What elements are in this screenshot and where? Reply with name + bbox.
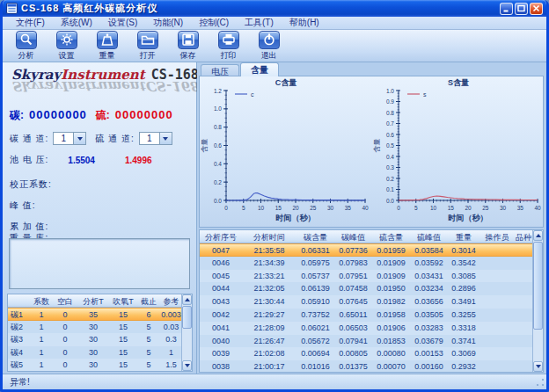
- table-cell: 0.07983: [334, 257, 372, 270]
- settings-table-scrollbar[interactable]: [181, 294, 192, 371]
- scrollbar-thumb[interactable]: [533, 242, 543, 330]
- table-row[interactable]: 004321:30:440.059100.076450.019820.03656…: [200, 295, 543, 309]
- table-cell: [515, 257, 532, 270]
- scrollbar-thumb[interactable]: [182, 306, 192, 329]
- column-header[interactable]: 重量: [448, 230, 479, 243]
- table-row[interactable]: 碳510301551.5: [8, 359, 192, 372]
- table-cell: 0.01950: [372, 282, 410, 295]
- svg-text:C含量: C含量: [275, 78, 297, 87]
- table-cell: 0.05672: [296, 335, 334, 348]
- table-cell: 0: [52, 359, 78, 372]
- close-button[interactable]: [530, 3, 543, 15]
- table-row[interactable]: 004221:29:270.737520.650110.019580.03505…: [200, 309, 543, 322]
- menu-item-3[interactable]: 功能(N): [145, 17, 191, 29]
- toolbar-button-0[interactable]: 分析: [10, 31, 42, 62]
- scroll-down-button[interactable]: [182, 360, 192, 371]
- results-table-scrollbar[interactable]: [532, 230, 543, 372]
- triangle-up-icon: [536, 234, 541, 237]
- table-cell: 0.00080: [372, 347, 410, 360]
- svg-text:20: 20: [465, 205, 472, 211]
- toolbar-button-6[interactable]: 退出: [253, 31, 285, 62]
- column-header[interactable]: 操作员: [479, 230, 515, 243]
- carbon-channel-select[interactable]: 1: [53, 132, 86, 145]
- table-row[interactable]: 碳210301550.03: [8, 321, 192, 334]
- scroll-down-button[interactable]: [533, 361, 543, 372]
- table-cell: 0.3741: [448, 335, 479, 348]
- table-cell: 21:26:47: [242, 335, 296, 348]
- table-row[interactable]: 004721:35:580.063310.077360.019590.03584…: [200, 243, 543, 257]
- column-header[interactable]: 分析时间: [242, 230, 296, 243]
- svg-text:35: 35: [517, 205, 524, 211]
- table-row[interactable]: 004021:26:470.056720.079410.018530.03679…: [200, 335, 543, 348]
- table-row[interactable]: 004121:28:090.060210.065030.019060.03283…: [200, 322, 543, 335]
- table-cell: 0.07458: [334, 282, 372, 295]
- table-cell: 1.5: [159, 359, 183, 372]
- column-header[interactable]: 分析T: [78, 294, 108, 307]
- sulfur-channel-dropdown-button[interactable]: [160, 132, 172, 145]
- table-row[interactable]: 碳310301550.3: [8, 333, 192, 346]
- table-cell: 0.3085: [448, 270, 479, 283]
- menu-item-5[interactable]: 工具(T): [237, 17, 282, 29]
- toolbar-button-2[interactable]: 重量: [91, 31, 123, 62]
- table-cell: 15: [108, 321, 138, 334]
- menu-item-0[interactable]: 文件(F): [8, 17, 53, 29]
- column-header[interactable]: 截止: [138, 294, 159, 307]
- table-row[interactable]: 004521:33:210.057370.079510.019090.03431…: [200, 270, 543, 283]
- toolbar-button-4[interactable]: 保存: [172, 31, 204, 62]
- table-cell: 1: [31, 346, 52, 359]
- menu-item-2[interactable]: 设置(S): [100, 17, 145, 29]
- table-cell: 0044: [200, 282, 242, 295]
- maximize-button[interactable]: [515, 3, 528, 15]
- column-header[interactable]: 参考: [159, 294, 183, 307]
- svg-text:15: 15: [448, 205, 455, 211]
- menu-item-4[interactable]: 控制(C): [191, 17, 237, 29]
- minimize-button[interactable]: [500, 3, 513, 15]
- toolbar-button-label: 分析: [18, 50, 34, 62]
- menu-item-6[interactable]: 帮助(H): [282, 17, 327, 29]
- column-header[interactable]: 吹氧T: [108, 294, 138, 307]
- toolbar-button-1[interactable]: 设置: [50, 31, 83, 62]
- table-row[interactable]: 003921:02:080.006940.008050.000800.00153…: [200, 347, 543, 360]
- svg-text:0.6: 0.6: [214, 142, 222, 149]
- menu-item-1[interactable]: 系统(W): [53, 17, 100, 29]
- svg-text:40: 40: [534, 205, 541, 211]
- column-header[interactable]: 品种: [515, 230, 532, 243]
- tab-content[interactable]: 含量: [240, 62, 279, 76]
- column-header[interactable]: 分析序号: [200, 230, 242, 243]
- column-header[interactable]: 系数: [31, 294, 52, 307]
- carbon-channel-dropdown-button[interactable]: [74, 132, 86, 145]
- column-header[interactable]: 硫峰值: [410, 230, 448, 243]
- resize-grip-icon[interactable]: [535, 377, 545, 388]
- weight-lib-listbox[interactable]: [9, 238, 190, 289]
- sulfur-channel-select[interactable]: 1: [139, 132, 172, 145]
- window-title: CS-168 高频红外碳硫分析仪: [21, 2, 500, 15]
- toolbar-button-label: 保存: [180, 50, 196, 62]
- svg-text:0.4: 0.4: [386, 154, 394, 160]
- table-row[interactable]: 003821:00:170.010160.013750.000700.00160…: [200, 360, 543, 373]
- table-cell: 碳1: [8, 309, 31, 320]
- print-icon: [218, 31, 239, 49]
- column-header[interactable]: 硫含量: [372, 230, 410, 243]
- table-row[interactable]: 碳110351560.003: [8, 308, 192, 321]
- svg-text:S含量: S含量: [448, 78, 469, 87]
- toolbar-button-5[interactable]: 打印: [212, 31, 245, 62]
- table-row[interactable]: 004621:34:390.059750.079830.019090.03592…: [200, 257, 543, 270]
- tab-voltage[interactable]: 电压: [201, 64, 239, 76]
- column-header[interactable]: 碳峰值: [334, 230, 372, 243]
- brand-instrument: Instrument: [61, 67, 144, 83]
- table-row[interactable]: 004421:32:050.061390.074580.019500.03234…: [200, 282, 543, 295]
- svg-text:0.2: 0.2: [214, 179, 222, 185]
- table-cell: 0: [52, 309, 78, 320]
- svg-text:0: 0: [224, 205, 228, 211]
- toolbar-button-3[interactable]: 打开: [131, 31, 164, 62]
- column-header[interactable]: [8, 294, 31, 307]
- table-cell: 30: [78, 321, 108, 334]
- table-cell: 0.01906: [372, 322, 410, 335]
- svg-text:s: s: [423, 91, 427, 98]
- table-cell: 0.06503: [334, 322, 372, 335]
- table-row[interactable]: 碳410301551: [8, 346, 192, 359]
- column-header[interactable]: 空白: [52, 294, 78, 307]
- scroll-up-button[interactable]: [182, 294, 192, 305]
- scroll-up-button[interactable]: [533, 230, 543, 241]
- column-header[interactable]: 碳含量: [296, 230, 334, 243]
